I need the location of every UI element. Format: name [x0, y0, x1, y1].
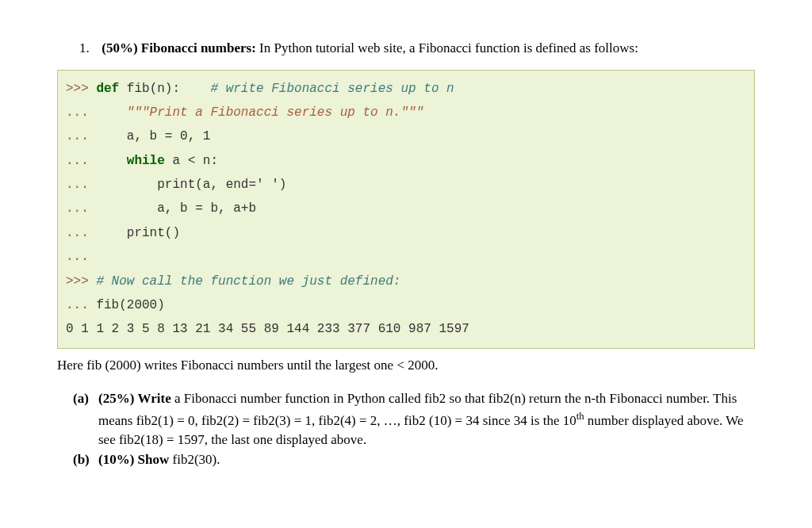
code-text: a, b = b, a+b: [157, 201, 256, 216]
prompt: ...: [66, 178, 157, 192]
code-text: a, b = 0, 1: [127, 129, 211, 143]
prompt: ...: [66, 298, 96, 312]
code-output: 0 1 1 2 3 5 8 13 21 34 55 89 144 233 377…: [66, 322, 469, 336]
part-a-label: (a): [73, 389, 98, 409]
part-b-weight: (10%): [98, 452, 134, 467]
docstring: """Print a Fibonacci series up to n.""": [127, 105, 423, 120]
question-weight: (50%): [102, 40, 137, 55]
part-a-weight: (25%): [98, 391, 134, 406]
prompt: ...: [66, 154, 127, 168]
prompt: >>>: [66, 82, 96, 96]
sub-parts: (a)(25%) Write a Fibonacci number functi…: [98, 389, 755, 469]
code-text: a < n:: [165, 154, 218, 168]
code-comment: # Now call the function we just defined:: [96, 274, 400, 289]
code-text: fib(2000): [96, 298, 164, 312]
part-b: (b)(10%) Show fib2(30).: [98, 450, 755, 470]
prompt: ...: [66, 250, 89, 264]
prompt: ...: [66, 226, 127, 240]
code-comment: # write Fibonacci series up to n: [210, 82, 454, 96]
question-desc: In Python tutorial web site, a Fibonacci…: [259, 40, 638, 55]
keyword-def: def: [96, 82, 119, 96]
question-title: Fibonacci numbers:: [141, 40, 256, 55]
code-text: fib(n):: [119, 82, 210, 96]
part-a-verb: Write: [138, 391, 171, 406]
code-text: print(): [127, 226, 180, 240]
question-header: 1. (50%) Fibonacci numbers: In Python tu…: [102, 38, 736, 59]
part-b-text: fib2(30).: [169, 452, 220, 467]
post-code-text: Here fib (2000) writes Fibonacci numbers…: [57, 355, 755, 376]
part-b-label: (b): [73, 450, 98, 470]
prompt: ...: [66, 201, 157, 216]
prompt: >>>: [66, 274, 96, 289]
question-title-line: (50%) Fibonacci numbers: In Python tutor…: [102, 40, 638, 55]
part-a: (a)(25%) Write a Fibonacci number functi…: [98, 389, 755, 450]
superscript-th: th: [576, 411, 584, 422]
code-block: >>> def fib(n): # write Fibonacci series…: [57, 70, 755, 349]
code-text: print(a, end=' '): [157, 178, 286, 192]
prompt: ...: [66, 129, 127, 143]
keyword-while: while: [127, 154, 165, 168]
question-number: 1.: [79, 40, 98, 56]
part-b-verb: Show: [138, 452, 170, 467]
prompt: ...: [66, 105, 127, 120]
